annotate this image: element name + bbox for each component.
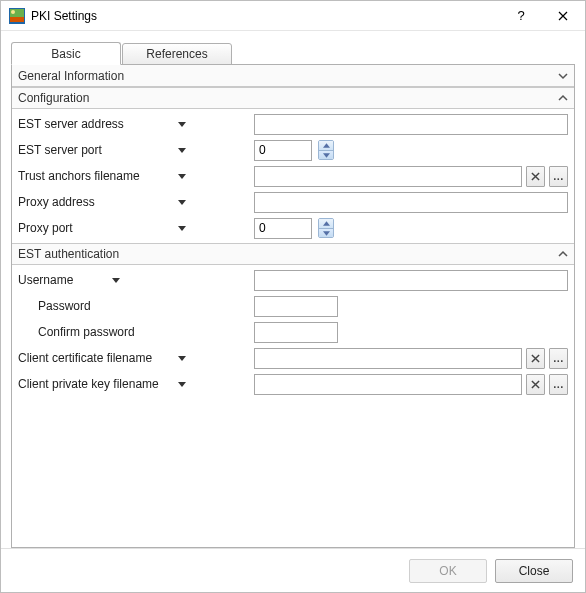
browse-button[interactable]: ... (549, 348, 568, 369)
app-icon (9, 8, 25, 24)
ellipsis-label: ... (553, 378, 564, 390)
section-header-configuration[interactable]: Configuration (12, 87, 574, 109)
window-title: PKI Settings (31, 9, 501, 23)
label-proxy-address: Proxy address (18, 191, 178, 213)
label-trust-anchors-filename: Trust anchors filename (18, 165, 178, 187)
tab-label: Basic (51, 47, 80, 61)
label-est-server-address: EST server address (18, 113, 178, 135)
client-cert-filename-input[interactable] (254, 348, 522, 369)
proxy-port-input[interactable] (254, 218, 312, 239)
window-close-button[interactable] (541, 1, 585, 31)
clear-button[interactable] (526, 166, 545, 187)
field-menu-button[interactable] (178, 198, 186, 206)
label-confirm-password: Confirm password (18, 321, 178, 343)
tab-basic[interactable]: Basic (11, 42, 121, 65)
section-body-est-auth: Username Password Confirm password Clien… (12, 265, 574, 399)
label-password: Password (18, 295, 178, 317)
spinner-down-icon[interactable] (319, 150, 333, 159)
clear-button[interactable] (526, 348, 545, 369)
chevron-down-icon (558, 71, 568, 81)
password-input[interactable] (254, 296, 338, 317)
label-proxy-port: Proxy port (18, 217, 178, 239)
clear-button[interactable] (526, 374, 545, 395)
field-menu-button[interactable] (112, 276, 120, 284)
client-privkey-filename-input[interactable] (254, 374, 522, 395)
field-menu-button[interactable] (178, 120, 186, 128)
ellipsis-label: ... (553, 170, 564, 182)
proxy-port-spinner[interactable] (318, 218, 334, 238)
spinner-up-icon[interactable] (319, 219, 333, 228)
ellipsis-label: ... (553, 352, 564, 364)
panel: General Information Configuration EST se… (11, 64, 575, 548)
section-header-est-auth[interactable]: EST authentication (12, 243, 574, 265)
section-title: EST authentication (18, 247, 558, 261)
field-menu-button[interactable] (178, 224, 186, 232)
label-client-cert-filename: Client certificate filename (18, 347, 178, 369)
field-menu-button[interactable] (178, 172, 186, 180)
section-title: Configuration (18, 91, 558, 105)
tab-references[interactable]: References (122, 43, 232, 65)
field-menu-button[interactable] (178, 354, 186, 362)
section-header-general-info[interactable]: General Information (12, 65, 574, 87)
label-est-server-port: EST server port (18, 139, 178, 161)
chevron-up-icon (558, 93, 568, 103)
tab-strip: Basic References (11, 41, 575, 64)
close-icon (558, 11, 568, 21)
field-menu-button[interactable] (178, 146, 186, 154)
chevron-up-icon (558, 249, 568, 259)
titlebar: PKI Settings ? (1, 1, 585, 31)
est-server-port-spinner[interactable] (318, 140, 334, 160)
field-menu-button[interactable] (178, 380, 186, 388)
spinner-down-icon[interactable] (319, 228, 333, 237)
spinner-up-icon[interactable] (319, 141, 333, 150)
trust-anchors-filename-input[interactable] (254, 166, 522, 187)
help-button[interactable]: ? (501, 1, 541, 31)
close-button[interactable]: Close (495, 559, 573, 583)
svg-rect-2 (10, 17, 24, 22)
section-body-configuration: EST server address EST server port Trust… (12, 109, 574, 243)
browse-button[interactable]: ... (549, 166, 568, 187)
tab-area: Basic References (1, 31, 585, 64)
est-server-port-input[interactable] (254, 140, 312, 161)
ok-button: OK (409, 559, 487, 583)
svg-point-3 (11, 10, 15, 14)
button-label: OK (439, 564, 456, 578)
section-title: General Information (18, 69, 558, 83)
button-label: Close (519, 564, 550, 578)
browse-button[interactable]: ... (549, 374, 568, 395)
username-input[interactable] (254, 270, 568, 291)
proxy-address-input[interactable] (254, 192, 568, 213)
footer: OK Close (1, 548, 585, 592)
est-server-address-input[interactable] (254, 114, 568, 135)
confirm-password-input[interactable] (254, 322, 338, 343)
tab-label: References (146, 47, 207, 61)
label-client-privkey-filename: Client private key filename (18, 373, 178, 395)
